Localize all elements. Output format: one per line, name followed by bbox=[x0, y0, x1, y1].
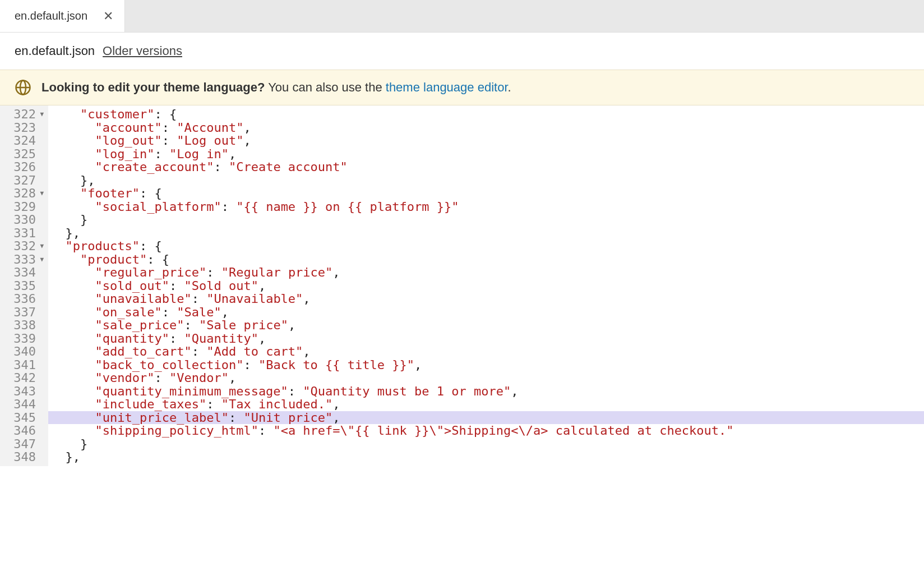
code-line[interactable]: "create_account": "Create account" bbox=[48, 160, 924, 174]
line-number: 331 bbox=[3, 227, 46, 240]
line-number: 336 bbox=[3, 292, 46, 306]
line-number: 333▼ bbox=[3, 253, 46, 266]
code-line[interactable]: "add_to_cart": "Add to cart", bbox=[48, 345, 924, 358]
banner-bold: Looking to edit your theme language? bbox=[41, 80, 265, 94]
code-line[interactable]: "regular_price": "Regular price", bbox=[48, 266, 924, 279]
theme-language-editor-link[interactable]: theme language editor bbox=[386, 80, 508, 94]
line-number: 328▼ bbox=[3, 187, 46, 200]
code-line[interactable]: } bbox=[48, 438, 924, 451]
banner-message: Looking to edit your theme language? You… bbox=[41, 80, 511, 95]
code-line[interactable]: "log_in": "Log in", bbox=[48, 148, 924, 161]
code-line[interactable]: "quantity": "Quantity", bbox=[48, 332, 924, 346]
tab-filename: en.default.json bbox=[15, 10, 87, 22]
line-number: 340 bbox=[3, 345, 46, 358]
close-icon[interactable]: ✕ bbox=[103, 9, 113, 24]
tab-bar: en.default.json ✕ bbox=[0, 0, 924, 33]
banner-tail: . bbox=[508, 80, 511, 94]
code-line[interactable]: }, bbox=[48, 450, 924, 464]
line-number: 346 bbox=[3, 424, 46, 438]
line-number: 323 bbox=[3, 121, 46, 135]
code-line[interactable]: "include_taxes": "Tax included.", bbox=[48, 398, 924, 411]
line-number: 337 bbox=[3, 306, 46, 319]
code-line[interactable]: "footer": { bbox=[48, 187, 924, 200]
line-number: 348 bbox=[3, 450, 46, 464]
line-number: 334 bbox=[3, 266, 46, 279]
code-line[interactable]: "account": "Account", bbox=[48, 121, 924, 135]
line-number: 343 bbox=[3, 385, 46, 398]
code-line[interactable]: "social_platform": "{{ name }} on {{ pla… bbox=[48, 200, 924, 214]
file-subheader: en.default.json Older versions bbox=[0, 33, 924, 70]
code-line[interactable]: "shipping_policy_html": "<a href=\"{{ li… bbox=[48, 424, 924, 438]
line-number: 325 bbox=[3, 148, 46, 161]
code-line[interactable]: }, bbox=[48, 227, 924, 240]
tab-file[interactable]: en.default.json ✕ bbox=[0, 0, 125, 32]
line-number-gutter: 322▼323324325326327328▼329330331332▼333▼… bbox=[0, 105, 48, 466]
code-line[interactable]: "unavailable": "Unavailable", bbox=[48, 292, 924, 306]
line-number: 327 bbox=[3, 174, 46, 187]
code-line[interactable]: "sale_price": "Sale price", bbox=[48, 319, 924, 332]
code-line[interactable]: "log_out": "Log out", bbox=[48, 134, 924, 148]
line-number: 347 bbox=[3, 438, 46, 451]
code-line[interactable]: "quantity_minimum_message": "Quantity mu… bbox=[48, 385, 924, 398]
code-line[interactable]: "sold_out": "Sold out", bbox=[48, 279, 924, 293]
code-line[interactable]: "vendor": "Vendor", bbox=[48, 371, 924, 385]
line-number: 322▼ bbox=[3, 108, 46, 121]
code-line[interactable]: "on_sale": "Sale", bbox=[48, 306, 924, 319]
line-number: 330 bbox=[3, 213, 46, 227]
line-number: 324 bbox=[3, 134, 46, 148]
code-line[interactable]: }, bbox=[48, 174, 924, 187]
code-line[interactable]: "customer": { bbox=[48, 108, 924, 121]
line-number: 329 bbox=[3, 200, 46, 214]
code-line[interactable]: "products": { bbox=[48, 240, 924, 253]
info-banner: Looking to edit your theme language? You… bbox=[0, 70, 924, 105]
code-line[interactable]: "product": { bbox=[48, 253, 924, 266]
line-number: 326 bbox=[3, 160, 46, 174]
banner-text: You can also use the bbox=[265, 80, 385, 94]
line-number: 339 bbox=[3, 332, 46, 346]
globe-icon bbox=[15, 79, 31, 96]
line-number: 345 bbox=[3, 411, 46, 425]
code-area[interactable]: "customer": { "account": "Account", "log… bbox=[48, 105, 924, 466]
file-title: en.default.json bbox=[15, 44, 95, 58]
line-number: 344 bbox=[3, 398, 46, 411]
code-editor[interactable]: 322▼323324325326327328▼329330331332▼333▼… bbox=[0, 105, 924, 466]
code-line[interactable]: } bbox=[48, 213, 924, 227]
line-number: 341 bbox=[3, 358, 46, 372]
line-number: 338 bbox=[3, 319, 46, 332]
older-versions-link[interactable]: Older versions bbox=[103, 44, 182, 58]
line-number: 335 bbox=[3, 279, 46, 293]
code-line[interactable]: "unit_price_label": "Unit price", bbox=[48, 411, 924, 425]
line-number: 332▼ bbox=[3, 240, 46, 253]
code-line[interactable]: "back_to_collection": "Back to {{ title … bbox=[48, 358, 924, 372]
line-number: 342 bbox=[3, 371, 46, 385]
